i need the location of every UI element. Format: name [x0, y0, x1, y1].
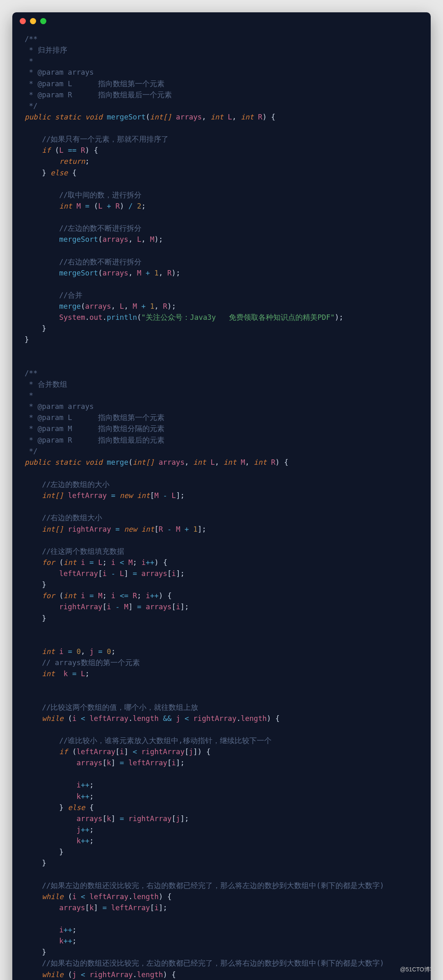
id-j: j	[176, 815, 180, 823]
id-r: R	[163, 302, 167, 310]
comment: //如果只有一个元素，那就不用排序了	[42, 135, 169, 143]
id-arrays: arrays	[142, 569, 167, 578]
id-rightarray: rightArray	[142, 748, 185, 756]
id-i: i	[103, 569, 107, 578]
id-m: M	[128, 558, 133, 567]
doc-line: * @param L	[25, 413, 72, 422]
id-rightarray: rightArray	[89, 971, 132, 979]
id-k: k	[76, 837, 81, 845]
doc-line: * @param L	[25, 80, 72, 88]
ty-int: int	[241, 113, 254, 121]
id-i: i	[154, 904, 159, 912]
num-2: 2	[137, 202, 142, 210]
ty-int-arr: int[]	[150, 113, 172, 121]
code-block: /** * 归并排序 * * @param arrays * @param L …	[12, 30, 431, 980]
id-m: M	[176, 525, 180, 533]
id-leftarray: leftArray	[111, 904, 150, 912]
id-j: j	[176, 714, 180, 723]
ty-int: int	[224, 458, 237, 466]
op-plus: +	[146, 269, 150, 277]
ty-int: int	[64, 592, 77, 600]
doc-line: * 归并排序	[25, 46, 67, 54]
num-1: 1	[150, 302, 155, 310]
id-i: i	[120, 748, 124, 756]
id-m: M	[76, 202, 81, 210]
id-k: k	[64, 670, 68, 678]
id-i: i	[146, 592, 150, 600]
ty-int-arr: int[]	[42, 525, 64, 533]
id-l: L	[120, 302, 124, 310]
doc-open: /**	[25, 35, 38, 43]
id-i: i	[81, 558, 85, 567]
op-inc: ++	[150, 592, 159, 600]
comment: // arrays数组的第一个元素	[42, 659, 140, 667]
doc-line: * @param R	[25, 436, 72, 444]
id-i: i	[171, 569, 176, 578]
doc-line: * @param arrays	[25, 402, 94, 411]
ty-int: int	[210, 113, 224, 121]
kw-while: while	[42, 714, 64, 723]
id-arrays: arrays	[103, 269, 128, 277]
id-i: i	[142, 558, 146, 567]
kw-else: else	[50, 169, 68, 177]
ty-int: int	[59, 202, 72, 210]
id-i: i	[111, 592, 116, 600]
id-arrays: arrays	[59, 904, 85, 912]
watermark: @51CTO博客	[400, 965, 436, 974]
kw-for: for	[42, 592, 55, 600]
fld-out: out	[89, 313, 103, 321]
id-l: L	[81, 670, 85, 678]
doc-open: /**	[25, 369, 38, 377]
num-1: 1	[154, 269, 159, 277]
id-k: k	[107, 815, 111, 823]
ty-int: int	[137, 491, 150, 500]
id-rightarray: rightArray	[68, 525, 111, 533]
id-leftarray: leftArray	[76, 748, 115, 756]
id-r: R	[115, 202, 120, 210]
ty-void: void	[85, 113, 103, 121]
id-r: R	[159, 525, 163, 533]
kw-static: static	[55, 458, 81, 466]
id-i: i	[59, 647, 64, 656]
fld-length: length	[133, 714, 159, 723]
id-i: i	[81, 592, 85, 600]
id-i: i	[171, 759, 176, 767]
maximize-icon[interactable]	[40, 18, 46, 24]
id-k: k	[59, 937, 64, 945]
comment: //谁比较小，谁将元素放入大数组中,移动指针，继续比较下一个	[59, 737, 272, 745]
id-leftarray: leftArray	[59, 569, 98, 578]
kw-while: while	[42, 893, 64, 901]
op-minus: -	[167, 525, 172, 533]
minimize-icon[interactable]	[30, 18, 36, 24]
window-titlebar	[12, 12, 431, 30]
id-leftarray: leftArray	[89, 714, 128, 723]
comment: //合并	[59, 291, 82, 299]
code-window: /** * 归并排序 * * @param arrays * @param L …	[12, 12, 431, 980]
close-icon[interactable]	[20, 18, 26, 24]
id-i: i	[76, 781, 81, 789]
kw-for: for	[42, 558, 55, 567]
kw-while: while	[42, 971, 64, 979]
id-arrays: arrays	[103, 235, 128, 243]
id-j: j	[189, 748, 193, 756]
id-i: i	[72, 893, 77, 901]
id-m: M	[137, 269, 142, 277]
id-l: L	[137, 235, 142, 243]
id-k: k	[76, 792, 81, 801]
id-arrays: arrays	[146, 603, 171, 611]
num-0: 0	[77, 647, 81, 656]
doc-line: * @param arrays	[25, 68, 94, 76]
ty-int: int	[42, 647, 55, 656]
id-l: L	[171, 491, 176, 500]
doc-line: *	[25, 57, 33, 65]
doc-desc: 指向数组分隔的元素	[98, 425, 164, 433]
fn-mergesort: mergeSort	[107, 113, 146, 121]
id-rightarray: rightArray	[128, 815, 171, 823]
id-l: L	[98, 202, 103, 210]
num-0: 0	[107, 647, 111, 656]
fld-length: length	[133, 893, 159, 901]
kw-public: public	[25, 458, 50, 466]
id-m: M	[154, 491, 159, 500]
doc-line: * 合并数组	[25, 380, 67, 388]
doc-line: * @param R	[25, 91, 72, 99]
